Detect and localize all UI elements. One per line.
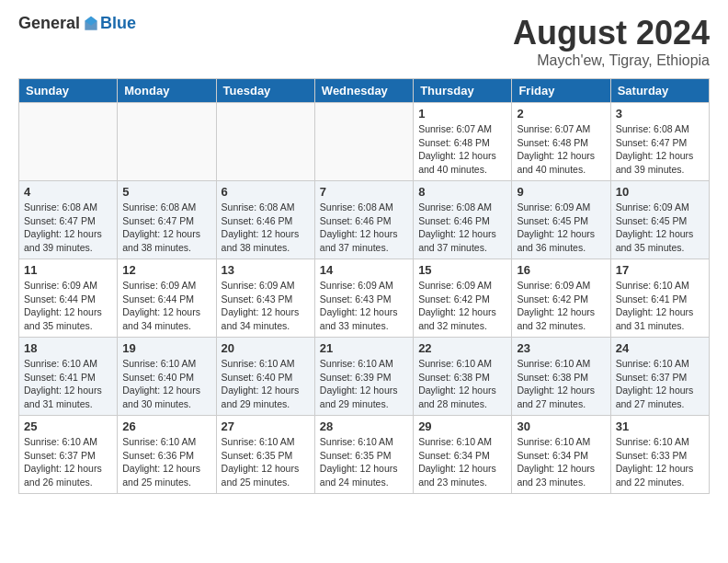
calendar-day-header: Saturday [610, 79, 709, 103]
day-info: Sunrise: 6:09 AM Sunset: 6:42 PM Dayligh… [418, 279, 506, 333]
day-number: 30 [517, 419, 605, 433]
month-title: August 2024 [513, 14, 710, 52]
calendar-cell: 24Sunrise: 6:10 AM Sunset: 6:37 PM Dayli… [610, 338, 709, 416]
calendar-week-row: 11Sunrise: 6:09 AM Sunset: 6:44 PM Dayli… [19, 259, 710, 338]
day-info: Sunrise: 6:10 AM Sunset: 6:36 PM Dayligh… [122, 435, 210, 489]
logo-blue: Blue [100, 14, 136, 33]
day-info: Sunrise: 6:10 AM Sunset: 6:37 PM Dayligh… [24, 435, 112, 489]
day-number: 7 [320, 185, 408, 199]
day-info: Sunrise: 6:10 AM Sunset: 6:41 PM Dayligh… [24, 357, 112, 411]
day-number: 26 [122, 419, 210, 433]
calendar-cell: 8Sunrise: 6:08 AM Sunset: 6:46 PM Daylig… [414, 181, 512, 259]
day-info: Sunrise: 6:10 AM Sunset: 6:38 PM Dayligh… [418, 357, 506, 411]
logo-icon [82, 15, 100, 33]
logo-general: General [18, 14, 80, 33]
day-number: 18 [24, 341, 112, 355]
calendar-cell: 18Sunrise: 6:10 AM Sunset: 6:41 PM Dayli… [19, 338, 118, 416]
day-info: Sunrise: 6:07 AM Sunset: 6:48 PM Dayligh… [517, 122, 605, 177]
day-number: 8 [418, 185, 506, 199]
day-number: 15 [418, 263, 506, 277]
day-info: Sunrise: 6:10 AM Sunset: 6:33 PM Dayligh… [616, 435, 704, 489]
day-number: 12 [122, 263, 210, 277]
calendar-cell: 15Sunrise: 6:09 AM Sunset: 6:42 PM Dayli… [414, 259, 512, 338]
day-info: Sunrise: 6:09 AM Sunset: 6:45 PM Dayligh… [517, 201, 605, 255]
calendar-day-header: Friday [512, 79, 610, 103]
day-number: 9 [517, 185, 605, 199]
day-info: Sunrise: 6:09 AM Sunset: 6:44 PM Dayligh… [24, 279, 112, 333]
day-info: Sunrise: 6:10 AM Sunset: 6:41 PM Dayligh… [616, 279, 704, 333]
calendar-week-row: 4Sunrise: 6:08 AM Sunset: 6:47 PM Daylig… [19, 181, 710, 259]
calendar-cell: 17Sunrise: 6:10 AM Sunset: 6:41 PM Dayli… [610, 259, 709, 338]
day-number: 11 [24, 263, 112, 277]
day-info: Sunrise: 6:10 AM Sunset: 6:34 PM Dayligh… [517, 435, 605, 489]
day-number: 25 [24, 419, 112, 433]
calendar-cell: 31Sunrise: 6:10 AM Sunset: 6:33 PM Dayli… [610, 416, 709, 494]
calendar-table: SundayMondayTuesdayWednesdayThursdayFrid… [18, 78, 710, 494]
calendar-cell [314, 103, 413, 181]
day-info: Sunrise: 6:10 AM Sunset: 6:37 PM Dayligh… [616, 357, 704, 411]
calendar-cell: 21Sunrise: 6:10 AM Sunset: 6:39 PM Dayli… [314, 338, 413, 416]
day-number: 22 [418, 341, 506, 355]
day-number: 20 [222, 341, 310, 355]
calendar-cell: 1Sunrise: 6:07 AM Sunset: 6:48 PM Daylig… [414, 103, 512, 181]
day-number: 3 [616, 107, 704, 121]
logo: General Blue [18, 14, 136, 33]
calendar-day-header: Thursday [414, 79, 512, 103]
calendar-cell: 6Sunrise: 6:08 AM Sunset: 6:46 PM Daylig… [216, 181, 314, 259]
day-info: Sunrise: 6:10 AM Sunset: 6:38 PM Dayligh… [517, 357, 605, 411]
calendar-cell: 12Sunrise: 6:09 AM Sunset: 6:44 PM Dayli… [118, 259, 216, 338]
calendar-cell: 27Sunrise: 6:10 AM Sunset: 6:35 PM Dayli… [216, 416, 314, 494]
calendar-cell: 14Sunrise: 6:09 AM Sunset: 6:43 PM Dayli… [314, 259, 413, 338]
day-number: 27 [222, 419, 310, 433]
calendar-day-header: Wednesday [314, 79, 413, 103]
calendar-day-header: Monday [118, 79, 216, 103]
calendar-cell: 11Sunrise: 6:09 AM Sunset: 6:44 PM Dayli… [19, 259, 118, 338]
title-section: August 2024 Maych'ew, Tigray, Ethiopia [513, 14, 710, 69]
day-info: Sunrise: 6:10 AM Sunset: 6:35 PM Dayligh… [320, 435, 408, 489]
day-info: Sunrise: 6:10 AM Sunset: 6:39 PM Dayligh… [320, 357, 408, 411]
calendar-cell: 23Sunrise: 6:10 AM Sunset: 6:38 PM Dayli… [512, 338, 610, 416]
calendar-cell: 2Sunrise: 6:07 AM Sunset: 6:48 PM Daylig… [512, 103, 610, 181]
calendar-cell: 22Sunrise: 6:10 AM Sunset: 6:38 PM Dayli… [414, 338, 512, 416]
calendar-cell: 26Sunrise: 6:10 AM Sunset: 6:36 PM Dayli… [118, 416, 216, 494]
calendar-cell: 19Sunrise: 6:10 AM Sunset: 6:40 PM Dayli… [118, 338, 216, 416]
day-info: Sunrise: 6:09 AM Sunset: 6:45 PM Dayligh… [616, 201, 704, 255]
calendar-cell: 9Sunrise: 6:09 AM Sunset: 6:45 PM Daylig… [512, 181, 610, 259]
day-info: Sunrise: 6:09 AM Sunset: 6:44 PM Dayligh… [122, 279, 210, 333]
day-info: Sunrise: 6:08 AM Sunset: 6:46 PM Dayligh… [222, 201, 310, 255]
calendar-header-row: SundayMondayTuesdayWednesdayThursdayFrid… [19, 79, 710, 103]
day-number: 31 [616, 419, 704, 433]
day-number: 24 [616, 341, 704, 355]
calendar-cell: 28Sunrise: 6:10 AM Sunset: 6:35 PM Dayli… [314, 416, 413, 494]
calendar-cell: 20Sunrise: 6:10 AM Sunset: 6:40 PM Dayli… [216, 338, 314, 416]
day-number: 1 [418, 107, 506, 121]
logo-text: General Blue [18, 14, 136, 33]
calendar-cell: 7Sunrise: 6:08 AM Sunset: 6:46 PM Daylig… [314, 181, 413, 259]
header: General Blue August 2024 Maych'ew, Tigra… [18, 14, 710, 69]
day-number: 4 [24, 185, 112, 199]
day-number: 29 [418, 419, 506, 433]
calendar-cell: 10Sunrise: 6:09 AM Sunset: 6:45 PM Dayli… [610, 181, 709, 259]
day-number: 2 [517, 107, 605, 121]
calendar-cell [118, 103, 216, 181]
day-info: Sunrise: 6:10 AM Sunset: 6:40 PM Dayligh… [222, 357, 310, 411]
day-number: 28 [320, 419, 408, 433]
day-info: Sunrise: 6:09 AM Sunset: 6:43 PM Dayligh… [320, 279, 408, 333]
day-number: 10 [616, 185, 704, 199]
calendar-week-row: 1Sunrise: 6:07 AM Sunset: 6:48 PM Daylig… [19, 103, 710, 181]
calendar-cell: 16Sunrise: 6:09 AM Sunset: 6:42 PM Dayli… [512, 259, 610, 338]
day-number: 21 [320, 341, 408, 355]
calendar-week-row: 25Sunrise: 6:10 AM Sunset: 6:37 PM Dayli… [19, 416, 710, 494]
calendar-cell [216, 103, 314, 181]
calendar-cell [19, 103, 118, 181]
location-title: Maych'ew, Tigray, Ethiopia [513, 52, 710, 69]
day-info: Sunrise: 6:08 AM Sunset: 6:46 PM Dayligh… [320, 201, 408, 255]
calendar-cell: 30Sunrise: 6:10 AM Sunset: 6:34 PM Dayli… [512, 416, 610, 494]
day-number: 19 [122, 341, 210, 355]
day-number: 17 [616, 263, 704, 277]
day-number: 14 [320, 263, 408, 277]
calendar-cell: 3Sunrise: 6:08 AM Sunset: 6:47 PM Daylig… [610, 103, 709, 181]
calendar-cell: 5Sunrise: 6:08 AM Sunset: 6:47 PM Daylig… [118, 181, 216, 259]
day-info: Sunrise: 6:08 AM Sunset: 6:47 PM Dayligh… [122, 201, 210, 255]
day-info: Sunrise: 6:10 AM Sunset: 6:35 PM Dayligh… [222, 435, 310, 489]
